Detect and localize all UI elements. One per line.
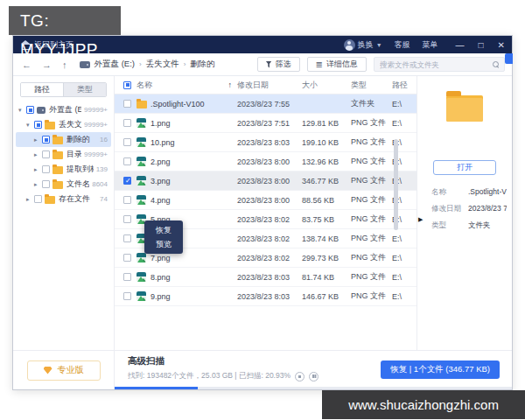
caret-icon[interactable]: ▸ <box>26 196 34 203</box>
tree-item-drive[interactable]: ▾ 外置盘 (E:) 99999+ <box>16 102 111 117</box>
header-path[interactable]: 路径 <box>392 80 416 91</box>
header-size[interactable]: 大小 <box>302 80 351 91</box>
avatar <box>344 39 355 51</box>
folder-icon <box>52 166 63 174</box>
table-row[interactable]: 8.png 2023/8/23 8:03 81.74 KB PNG 文件 E:\ <box>115 268 416 287</box>
row-checkbox[interactable] <box>123 254 131 262</box>
image-file-icon <box>136 137 146 147</box>
maximize-button[interactable]: □ <box>479 40 484 50</box>
customer-service-button[interactable]: 客服 <box>395 39 410 51</box>
table-row[interactable]: .Spotlight-V100 2023/8/23 7:55 文件夹 E:\ <box>115 94 416 114</box>
file-name: 1.png <box>150 119 171 128</box>
open-button[interactable]: 打开 <box>433 160 496 175</box>
file-name: 8.png <box>150 273 171 282</box>
pro-version-button[interactable]: 专业版 <box>27 360 101 381</box>
tree-item-existing-files[interactable]: ▸ 存在文件 74 <box>16 192 111 206</box>
folder-tree: ▾ 外置盘 (E:) 99999+ ▾ 丢失文件 99999+ <box>13 102 114 206</box>
breadcrumb-lost-files[interactable]: 丢失文件 <box>146 59 179 70</box>
search-icon[interactable] <box>493 61 499 67</box>
caret-icon[interactable]: ▸ <box>34 181 42 188</box>
folder-preview-icon <box>446 95 483 122</box>
tree-item-tagged[interactable]: ▸ 提取到标签的 139 <box>16 162 111 177</box>
tree-checkbox[interactable] <box>42 150 50 158</box>
folder-icon <box>45 196 55 204</box>
tree-checkbox[interactable] <box>42 136 50 144</box>
breadcrumb-drive[interactable]: 外置盘 (E:) <box>94 59 135 70</box>
row-checkbox[interactable] <box>123 100 131 108</box>
pause-scan-button[interactable] <box>309 372 318 382</box>
image-file-icon <box>136 253 146 262</box>
row-checkbox[interactable] <box>123 138 131 146</box>
caret-icon[interactable]: ▾ <box>18 107 26 114</box>
stop-scan-button[interactable] <box>295 372 304 382</box>
table-row[interactable]: 4.png 2023/8/23 8:00 88.56 KB PNG 文件 E:\ <box>115 191 416 210</box>
search-input[interactable] <box>380 60 493 69</box>
minimize-button[interactable]: — <box>456 40 465 50</box>
tree-label: 存在文件 <box>59 193 90 205</box>
table-row[interactable]: 1.png 2023/8/23 7:51 129.81 KB PNG 文件 E:… <box>115 114 416 133</box>
tree-checkbox[interactable] <box>42 165 50 173</box>
tree-count: 16 <box>97 136 108 144</box>
collapse-panel-icon[interactable]: ▶ <box>418 216 423 223</box>
recover-button[interactable]: 恢复 | 1个文件 (346.77 KB) <box>381 360 500 379</box>
row-checkbox[interactable] <box>123 119 131 127</box>
file-list: 名称 ↑ 修改日期 大小 类型 路径 .Spotlight-V100 2023/… <box>115 76 416 350</box>
detail-value: 文件夹 <box>468 220 491 231</box>
context-menu-recover[interactable]: 恢复 <box>144 223 183 237</box>
tree-count: 99999+ <box>81 150 108 158</box>
breadcrumb-deleted[interactable]: 删除的 <box>190 59 215 70</box>
filter-button[interactable]: 筛选 <box>257 57 300 72</box>
image-file-icon <box>136 195 146 205</box>
tab-path[interactable]: 路径 <box>21 83 63 96</box>
tree-item-lost-files[interactable]: ▾ 丢失文件 99999+ <box>16 117 111 132</box>
detail-view-button[interactable]: ≣ 详细信息 <box>307 57 367 72</box>
tree-item-dir-info[interactable]: ▸ 目录信息完整的 99999+ <box>16 147 111 162</box>
close-button[interactable]: ✕ <box>498 40 505 50</box>
edge-widget[interactable] <box>505 53 513 64</box>
tg-watermark-banner: TG: MYYJJPP <box>9 6 121 35</box>
screen: TG: MYYJJPP www.shucaizhongzhi.com 返回到主页… <box>0 0 525 420</box>
header-date[interactable]: 修改日期 <box>237 80 302 91</box>
tree-item-deleted[interactable]: ▸ 删除的 16 <box>16 132 111 147</box>
tree-checkbox[interactable] <box>34 121 42 129</box>
header-type[interactable]: 类型 <box>351 80 392 91</box>
context-menu-preview[interactable]: 预览 <box>144 237 183 251</box>
tree-checkbox[interactable] <box>26 106 34 114</box>
caret-icon[interactable]: ▾ <box>26 122 34 129</box>
row-checkbox[interactable] <box>123 196 131 204</box>
search-box <box>374 57 505 72</box>
menu-button[interactable]: 菜单 <box>423 39 438 51</box>
tree-checkbox[interactable] <box>42 180 50 188</box>
caret-icon[interactable]: ▸ <box>34 136 42 144</box>
tree-checkbox[interactable] <box>34 195 42 203</box>
folder-icon <box>52 151 63 159</box>
row-checkbox[interactable] <box>123 158 131 165</box>
row-checkbox[interactable] <box>123 234 131 242</box>
account-menu[interactable]: 换换 ▼ <box>344 39 382 51</box>
app-window: 返回到主页 换换 ▼ 客服 菜单 — □ ✕ ← → <box>12 35 513 390</box>
row-checkbox-checked[interactable] <box>123 177 131 185</box>
preview-panel: 打开 名称 .Spotlight-V100 修改日期 2023/8/23 7:5… <box>416 76 512 350</box>
tree-label: 删除的 <box>66 134 90 145</box>
caret-icon[interactable]: ▸ <box>34 151 42 158</box>
tree-label: 提取到标签的 <box>66 164 94 175</box>
row-checkbox[interactable] <box>123 292 131 300</box>
header-name[interactable]: 名称 <box>136 80 152 91</box>
sort-ascending-icon[interactable]: ↑ <box>228 80 233 89</box>
folder-icon <box>45 122 55 130</box>
caret-icon[interactable]: ▸ <box>34 166 42 173</box>
tree-item-filename-lost[interactable]: ▸ 文件名丢失的 8604 <box>16 177 111 192</box>
file-name: .Spotlight-V100 <box>150 100 205 108</box>
table-row[interactable]: 9.png 2023/8/23 8:03 146.67 KB PNG 文件 E:… <box>115 287 416 306</box>
table-row[interactable]: 2.png 2023/8/23 8:00 132.96 KB PNG 文件 E:… <box>115 152 416 172</box>
tab-type[interactable]: 类型 <box>63 83 106 96</box>
sidebar: 路径 类型 ▾ 外置盘 (E:) 99999+ ▾ 丢 <box>13 76 115 350</box>
select-all-checkbox[interactable] <box>123 81 131 89</box>
table-row-selected[interactable]: 3.png 2023/8/23 8:00 346.77 KB PNG 文件 E:… <box>115 172 416 191</box>
row-checkbox[interactable] <box>123 215 131 223</box>
scrollbar-thumb[interactable] <box>394 139 398 230</box>
table-row[interactable]: 10.png 2023/8/23 8:03 199.10 KB PNG 文件 E… <box>115 133 416 152</box>
scan-stats: 找到: 193482个文件，25.03 GB | 已扫描: 20.93% <box>128 371 290 382</box>
detail-view-label: 详细信息 <box>326 59 358 70</box>
row-checkbox[interactable] <box>123 273 131 281</box>
